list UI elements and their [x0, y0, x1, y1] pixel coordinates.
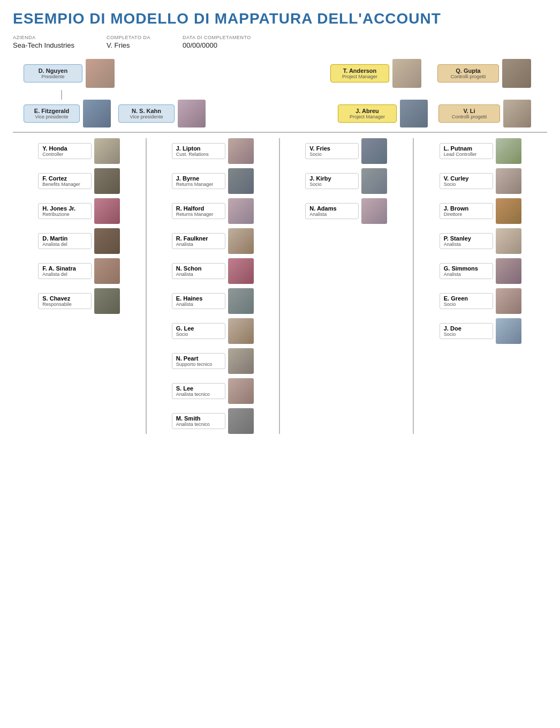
martin-role: Analista del	[42, 242, 87, 247]
doe-role: Socio	[444, 332, 489, 337]
card-glee: G. Lee Socio	[172, 318, 254, 344]
abreu-name: J. Abreu	[344, 108, 391, 114]
kahn-name: N. S. Kahn	[123, 108, 170, 114]
meta-completed-by: COMPLETATO DA V. Fries	[107, 35, 150, 49]
card-byrne: J. Byrne Returns Manager	[172, 168, 254, 194]
page-title: ESEMPIO DI MODELLO DI MAPPATURA DELL'ACC…	[13, 11, 547, 27]
putnam-role: Lead Controller	[444, 152, 489, 157]
li-role: Controlli progetti	[444, 114, 494, 119]
honda-name: Y. Honda	[42, 145, 87, 152]
lipton-photo	[228, 138, 254, 164]
chavez-role: Responsabile	[42, 302, 87, 307]
card-nguyen: D. Nguyen Presidente	[24, 59, 115, 88]
column-2: J. Lipton Cust. Relations J. Byrne Retur…	[147, 138, 281, 434]
card-green: E. Green Socio	[440, 288, 521, 314]
green-name: E. Green	[444, 295, 489, 302]
haines-photo	[228, 288, 254, 314]
byrne-name: J. Byrne	[176, 175, 221, 182]
stanley-role: Analista	[444, 242, 489, 247]
faulkner-role: Analista	[176, 242, 221, 247]
peart-photo	[228, 348, 254, 374]
fitzgerald-photo	[83, 100, 111, 127]
adams-photo	[361, 198, 387, 224]
gupta-photo	[502, 59, 531, 88]
fitzgerald-name: E. Fitzgerald	[28, 108, 75, 114]
glee-role: Socio	[176, 332, 221, 337]
martin-photo	[94, 228, 120, 254]
card-adams: N. Adams Analista	[305, 198, 387, 224]
card-doe: J. Doe Socio	[440, 318, 521, 344]
putnam-name: L. Putnam	[444, 145, 489, 152]
nguyen-role: Presidente	[29, 74, 77, 79]
divider-line	[13, 132, 547, 133]
faulkner-photo	[228, 228, 254, 254]
column-3: V. Fries Socio J. Kirby Socio N. Adams A…	[280, 138, 414, 434]
msmith-name: M. Smith	[176, 415, 221, 422]
kahn-role: Vice presidente	[123, 114, 170, 119]
cortez-name: F. Cortez	[42, 175, 87, 182]
meta-company: AZIENDA Sea-Tech Industries	[13, 35, 74, 49]
simmons-name: G. Simmons	[444, 265, 489, 272]
card-msmith: M. Smith Analista tecnico	[172, 408, 254, 434]
card-slee: S. Lee Analista tecnico	[172, 378, 254, 404]
glee-name: G. Lee	[176, 325, 221, 332]
company-label: AZIENDA	[13, 35, 74, 40]
card-anderson: T. Anderson Project Manager	[330, 59, 421, 88]
date-label: DATA DI COMPLETAMENTO	[183, 35, 251, 40]
card-fitzgerald: E. Fitzgerald Vice presidente	[24, 100, 111, 127]
chavez-photo	[94, 288, 120, 314]
adams-role: Analista	[309, 212, 354, 217]
glee-photo	[228, 318, 254, 344]
card-putnam: L. Putnam Lead Controller	[440, 138, 521, 164]
column-1: Y. Honda Controller F. Cortez Benefits M…	[13, 138, 147, 434]
meta-date: DATA DI COMPLETAMENTO 00/00/0000	[183, 35, 251, 49]
chavez-name: S. Chavez	[42, 295, 87, 302]
card-haines: E. Haines Analista	[172, 288, 254, 314]
sinatra-photo	[94, 258, 120, 284]
meta-section: AZIENDA Sea-Tech Industries COMPLETATO D…	[13, 35, 547, 49]
card-sinatra: F. A. Sinatra Analista del	[38, 258, 120, 284]
stanley-name: P. Stanley	[444, 235, 489, 242]
company-value: Sea-Tech Industries	[13, 41, 74, 49]
simmons-role: Analista	[444, 272, 489, 277]
completed-by-value: V. Fries	[107, 41, 130, 49]
slee-photo	[228, 378, 254, 404]
brown-photo	[496, 198, 521, 224]
honda-role: Controller	[42, 152, 87, 157]
jones-name: H. Jones Jr.	[42, 205, 87, 212]
brown-role: Direttore	[444, 212, 489, 217]
honda-photo	[94, 138, 120, 164]
card-simmons: G. Simmons Analista	[440, 258, 521, 284]
cortez-role: Benefits Manager	[42, 182, 87, 187]
byrne-photo	[228, 168, 254, 194]
card-gupta: Q. Gupta Controlli progetti	[437, 59, 531, 88]
byrne-role: Returns Manager	[176, 182, 221, 187]
nguyen-name: D. Nguyen	[29, 67, 77, 74]
li-photo	[503, 100, 531, 127]
adams-name: N. Adams	[309, 205, 354, 212]
halford-photo	[228, 198, 254, 224]
card-brown: J. Brown Direttore	[440, 198, 521, 224]
card-lipton: J. Lipton Cust. Relations	[172, 138, 254, 164]
martin-name: D. Martin	[42, 235, 87, 242]
halford-role: Returns Manager	[176, 212, 221, 217]
jones-photo	[94, 198, 120, 224]
nguyen-photo	[86, 59, 115, 88]
simmons-photo	[496, 258, 521, 284]
curley-role: Socio	[444, 182, 489, 187]
card-peart: N. Peart Supporto tecnico	[172, 348, 254, 374]
peart-name: N. Peart	[176, 355, 221, 362]
card-jones: H. Jones Jr. Retribuzione	[38, 198, 120, 224]
doe-name: J. Doe	[444, 325, 489, 332]
schon-name: N. Schon	[176, 265, 221, 272]
kirby-photo	[361, 168, 387, 194]
kirby-role: Socio	[309, 182, 354, 187]
lipton-name: J. Lipton	[176, 145, 221, 152]
abreu-photo	[400, 100, 428, 127]
card-cortez: F. Cortez Benefits Manager	[38, 168, 120, 194]
cortez-photo	[94, 168, 120, 194]
green-photo	[496, 288, 521, 314]
peart-role: Supporto tecnico	[176, 362, 221, 367]
vfries-name: V. Fries	[309, 145, 354, 152]
card-faulkner: R. Faulkner Analista	[172, 228, 254, 254]
